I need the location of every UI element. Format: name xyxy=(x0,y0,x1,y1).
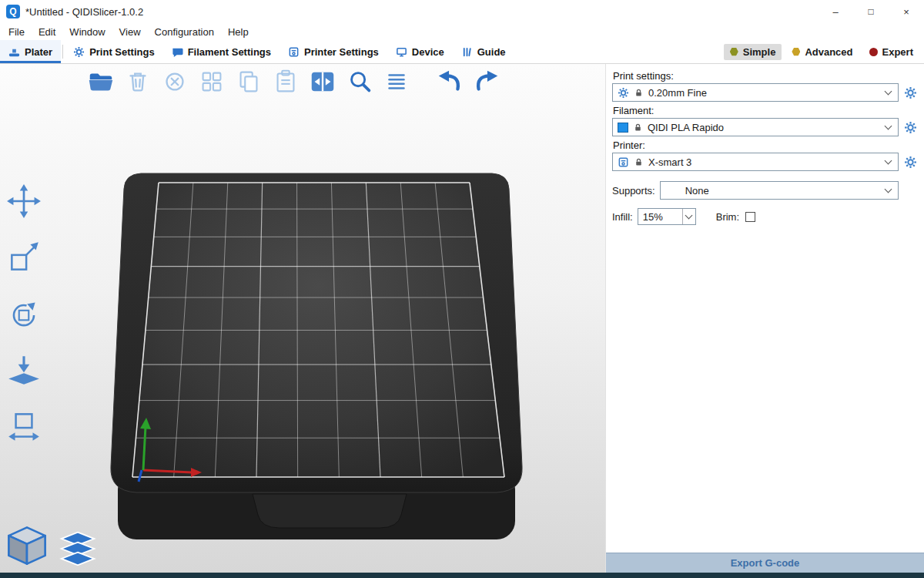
supports-value: None xyxy=(685,185,709,197)
printer-combo[interactable]: X-smart 3 xyxy=(612,153,899,171)
print-settings-gear-button[interactable] xyxy=(902,85,918,100)
device-icon xyxy=(396,46,407,58)
gear-icon xyxy=(904,156,917,169)
chevron-down-icon xyxy=(885,186,892,193)
scale-tool[interactable] xyxy=(4,237,44,277)
tab-plater[interactable]: Plater xyxy=(0,40,61,63)
brim-checkbox[interactable] xyxy=(745,212,755,222)
tab-print-settings-label: Print Settings xyxy=(89,46,155,58)
close-button[interactable]: × xyxy=(889,0,924,23)
maximize-button[interactable]: □ xyxy=(853,0,889,23)
tab-printer-settings-label: Printer Settings xyxy=(304,46,379,58)
app-window: Q *Untitled - QIDISlicer-1.0.2 – □ × Fil… xyxy=(0,0,924,578)
variable-layer-height-button[interactable] xyxy=(380,66,412,97)
filament-icon xyxy=(172,46,183,58)
menu-configuration[interactable]: Configuration xyxy=(148,26,221,38)
editor-3d-icon xyxy=(5,523,49,568)
mode-simple[interactable]: Simple xyxy=(724,44,782,60)
arrange-icon xyxy=(197,67,226,96)
paste-icon xyxy=(271,67,300,96)
search-button[interactable] xyxy=(343,66,375,97)
mode-simple-label: Simple xyxy=(743,46,776,58)
tab-filament-settings[interactable]: Filament Settings xyxy=(163,40,280,63)
mode-expert[interactable]: Expert xyxy=(863,44,919,60)
lock-icon xyxy=(634,157,644,167)
window-title: *Untitled - QIDISlicer-1.0.2 xyxy=(25,6,143,18)
printer-icon xyxy=(618,156,629,168)
mode-switcher: Simple Advanced Expert xyxy=(724,40,924,63)
menu-window[interactable]: Window xyxy=(62,26,112,38)
menu-view[interactable]: View xyxy=(112,26,148,38)
menu-help[interactable]: Help xyxy=(221,26,256,38)
infill-label: Infill: xyxy=(612,211,633,223)
paste-button[interactable] xyxy=(270,66,301,97)
delete-button[interactable] xyxy=(122,66,153,97)
view-toggles xyxy=(5,523,97,568)
filament-value: QIDI PLA Rapido xyxy=(648,122,724,133)
menu-edit[interactable]: Edit xyxy=(32,26,62,38)
delete-all-button[interactable] xyxy=(159,66,190,97)
viewport-toolbar xyxy=(85,66,502,97)
preview-layers-icon xyxy=(59,529,97,568)
tab-device-label: Device xyxy=(412,46,444,58)
tab-filament-settings-label: Filament Settings xyxy=(188,46,271,58)
print-settings-combo[interactable]: 0.20mm Fine xyxy=(612,83,899,102)
redo-button[interactable] xyxy=(470,66,502,97)
printer-label: Printer: xyxy=(613,139,918,151)
variable-layer-height-icon xyxy=(382,67,411,96)
dimensions-tool[interactable] xyxy=(4,406,44,446)
chevron-down-icon xyxy=(885,88,892,96)
undo-icon xyxy=(435,67,464,96)
viewport-3d[interactable] xyxy=(0,64,605,573)
copy-button[interactable] xyxy=(233,66,264,97)
tab-device[interactable]: Device xyxy=(387,40,453,63)
chevron-down-icon xyxy=(885,157,892,165)
undo-button[interactable] xyxy=(434,66,465,97)
tab-print-settings[interactable]: Print Settings xyxy=(65,40,163,63)
arrange-button[interactable] xyxy=(196,66,227,97)
rotate-tool[interactable] xyxy=(4,294,44,334)
print-settings-value: 0.20mm Fine xyxy=(648,87,707,99)
tab-guide[interactable]: Guide xyxy=(453,40,514,63)
menu-file[interactable]: File xyxy=(2,26,32,38)
filament-label: Filament: xyxy=(613,105,918,116)
tab-separator xyxy=(62,45,63,59)
export-gcode-button[interactable]: Export G-code xyxy=(606,553,924,573)
printer-value: X-smart 3 xyxy=(648,156,691,168)
gizmo-toolbar xyxy=(4,181,44,446)
tab-printer-settings[interactable]: Printer Settings xyxy=(280,40,387,63)
bed-handle-tab xyxy=(253,494,407,528)
split-button[interactable] xyxy=(306,66,338,97)
supports-combo[interactable]: None xyxy=(660,181,899,200)
gear-icon xyxy=(904,121,917,134)
editor-3d-view-button[interactable] xyxy=(5,523,49,568)
delete-icon xyxy=(123,67,152,96)
redo-icon xyxy=(472,67,501,96)
minimize-button[interactable]: – xyxy=(818,0,853,23)
place-on-face-tool[interactable] xyxy=(4,350,44,390)
plater-icon xyxy=(8,46,20,58)
tab-plater-label: Plater xyxy=(25,46,52,58)
lock-icon xyxy=(633,123,643,133)
filament-gear-button[interactable] xyxy=(902,119,918,135)
filament-combo[interactable]: QIDI PLA Rapido xyxy=(612,118,899,136)
tab-bar: Plater Print Settings Filament Settings … xyxy=(0,40,924,64)
delete-all-icon xyxy=(160,67,189,96)
open-folder-icon xyxy=(86,67,116,96)
move-tool[interactable] xyxy=(4,181,44,221)
title-bar: Q *Untitled - QIDISlicer-1.0.2 – □ × xyxy=(0,0,924,23)
split-icon xyxy=(308,67,337,96)
print-bed[interactable] xyxy=(95,164,526,557)
menu-bar: File Edit Window View Configuration Help xyxy=(0,23,924,40)
open-button[interactable] xyxy=(85,66,116,97)
printer-gear-button[interactable] xyxy=(902,154,918,170)
gear-icon xyxy=(618,87,629,99)
scale-icon xyxy=(5,239,42,276)
mode-advanced[interactable]: Advanced xyxy=(785,44,859,60)
simple-mode-icon xyxy=(730,48,738,56)
lock-icon xyxy=(634,88,644,98)
infill-combo[interactable]: 15% xyxy=(638,208,696,225)
gear-icon xyxy=(904,86,917,99)
chevron-down-icon xyxy=(685,212,693,220)
preview-layers-button[interactable] xyxy=(59,529,97,568)
